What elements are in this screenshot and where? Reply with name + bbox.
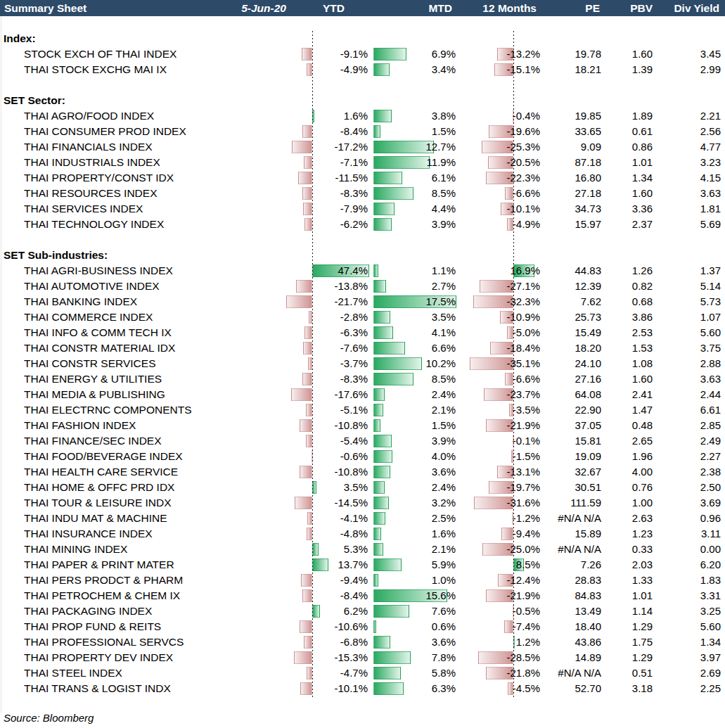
mtd-data-bar xyxy=(373,311,390,324)
pbv-value: 1.53 xyxy=(600,340,653,356)
pe-value: 7.26 xyxy=(534,557,601,573)
div-yield-value: 1.37 xyxy=(665,263,721,279)
table-row: THAI INSURANCE INDEX -4.8% 1.6% -9.4% 15… xyxy=(0,526,725,542)
mtd-data-bar xyxy=(373,435,392,447)
row-label: THAI FINANCIALS INDEX xyxy=(24,139,277,155)
ytd-data-bar xyxy=(307,667,312,679)
ytd-value: -7.9% xyxy=(315,201,368,217)
pbv-value: 4.00 xyxy=(600,464,653,480)
mtd-data-bar xyxy=(373,419,380,432)
ytd-value: -8.4% xyxy=(315,588,368,604)
12-months-value: -23.7% xyxy=(484,387,540,402)
ytd-value: -11.5% xyxy=(315,170,368,186)
div-yield-value: 1.07 xyxy=(665,309,721,325)
ytd-data-bar xyxy=(303,203,312,215)
12-months-value: -7.4% xyxy=(484,619,540,634)
div-yield-value: 2.85 xyxy=(665,418,721,433)
pe-value: 15.97 xyxy=(534,217,601,232)
div-yield-value: 2.38 xyxy=(665,464,721,480)
mtd-value: 6.9% xyxy=(398,46,456,62)
pe-value: 15.81 xyxy=(534,433,601,449)
table-row: THAI FINANCE/SEC INDEX -5.4% 3.9% -0.1% … xyxy=(0,433,725,449)
table-row: THAI COMMERCE INDEX -2.8% 3.5% -10.9% 25… xyxy=(0,309,725,325)
12-months-value: -4.9% xyxy=(484,217,540,232)
pbv-value: 0.68 xyxy=(600,294,653,309)
div-yield-value: 3.63 xyxy=(665,371,721,387)
mtd-data-bar xyxy=(373,125,380,138)
mtd-data-bar xyxy=(373,264,378,277)
div-yield-value: 1.83 xyxy=(665,573,721,588)
pbv-value: 2.41 xyxy=(600,387,653,402)
row-label: THAI TECHNOLOGY INDEX xyxy=(24,217,277,232)
pe-value: 43.86 xyxy=(534,634,601,650)
div-yield-value: 2.49 xyxy=(665,433,721,449)
div-yield-value: 2.99 xyxy=(665,62,721,77)
mtd-value: 1.0% xyxy=(398,573,456,588)
12-months-value: -3.5% xyxy=(484,402,540,418)
pbv-value: 1.47 xyxy=(600,402,653,418)
row-label: THAI RESOURCES INDEX xyxy=(24,186,277,201)
pe-value: 87.18 xyxy=(534,155,601,170)
ytd-value: -6.3% xyxy=(315,325,368,340)
div-yield-value: 4.77 xyxy=(665,139,721,155)
row-label: THAI PROFESSIONAL SERVCS xyxy=(24,634,277,650)
div-yield-value: 2.56 xyxy=(665,124,721,139)
12-months-value: -21.9% xyxy=(484,418,540,433)
pe-value: 7.62 xyxy=(534,294,601,309)
ytd-value: -13.8% xyxy=(315,279,368,294)
row-label: THAI STOCK EXCHG MAI IX xyxy=(24,62,277,77)
pbv-value: 3.36 xyxy=(600,201,653,217)
pbv-value: 2.03 xyxy=(600,557,653,573)
pbv-value: 0.76 xyxy=(600,480,653,495)
ytd-data-bar xyxy=(304,636,312,649)
12-months-value: -6.6% xyxy=(484,371,540,387)
div-yield-value: 3.45 xyxy=(665,46,721,62)
pbv-value: 1.08 xyxy=(600,356,653,371)
12-months-value: -10.9% xyxy=(484,309,540,325)
12-months-value: -6.6% xyxy=(484,186,540,201)
div-yield-value: 5.60 xyxy=(665,325,721,340)
table-row: THAI FINANCIALS INDEX -17.2% 12.7% -25.3… xyxy=(0,139,725,155)
pbv-value: 1.39 xyxy=(600,62,653,77)
table-row: THAI PROPERTY DEV INDEX -15.3% 7.8% -28.… xyxy=(0,650,725,665)
12-months-value: -1.5% xyxy=(484,449,540,464)
row-label: THAI AGRO/FOOD INDEX xyxy=(24,108,277,124)
pbv-value: 1.60 xyxy=(600,371,653,387)
ytd-value: 1.6% xyxy=(315,108,368,124)
section-label: SET Sub-industries: xyxy=(4,248,108,263)
pbv-value: 3.18 xyxy=(600,681,653,696)
12-months-value: -9.4% xyxy=(484,526,540,542)
row-label: THAI AGRI-BUSINESS INDEX xyxy=(24,263,277,279)
ytd-data-bar xyxy=(302,589,312,602)
row-label: THAI AUTOMOTIVE INDEX xyxy=(24,279,277,294)
ytd-value: -4.7% xyxy=(315,665,368,681)
div-yield-value: 0.00 xyxy=(665,542,721,557)
ytd-data-bar xyxy=(307,528,312,540)
12-months-value: -28.5% xyxy=(484,650,540,665)
ytd-data-bar xyxy=(304,326,312,339)
12-months-value: -19.7% xyxy=(484,480,540,495)
table-row: THAI AGRO/FOOD INDEX 1.6% 3.8% -0.4% 19.… xyxy=(0,108,725,124)
row-label: THAI COMMERCE INDEX xyxy=(24,309,277,325)
row-label: THAI PETROCHEM & CHEM IX xyxy=(24,588,277,604)
table-row: THAI STEEL INDEX -4.7% 5.8% -21.8% #N/A … xyxy=(0,665,725,681)
pbv-value: 3.86 xyxy=(600,309,653,325)
ytd-data-bar xyxy=(300,466,312,478)
mtd-value: 3.9% xyxy=(398,217,456,232)
12-months-value: -0.5% xyxy=(484,604,540,619)
ytd-value: -10.6% xyxy=(315,619,368,634)
pe-value: 111.59 xyxy=(534,495,601,511)
mtd-value: 3.4% xyxy=(398,62,456,77)
ytd-value: 6.2% xyxy=(315,604,368,619)
pbv-value: 0.48 xyxy=(600,418,653,433)
mtd-value: 3.2% xyxy=(398,495,456,511)
mtd-value: 15.6% xyxy=(398,588,456,604)
ytd-value: -5.4% xyxy=(315,433,368,449)
pe-value: 52.70 xyxy=(534,681,601,696)
row-label: THAI INSURANCE INDEX xyxy=(24,526,277,542)
pe-value: 25.73 xyxy=(534,309,601,325)
row-label: THAI PROP FUND & REITS xyxy=(24,619,277,634)
div-yield-value: 2.50 xyxy=(665,480,721,495)
ytd-value: -4.8% xyxy=(315,526,368,542)
pbv-value: 0.61 xyxy=(600,124,653,139)
